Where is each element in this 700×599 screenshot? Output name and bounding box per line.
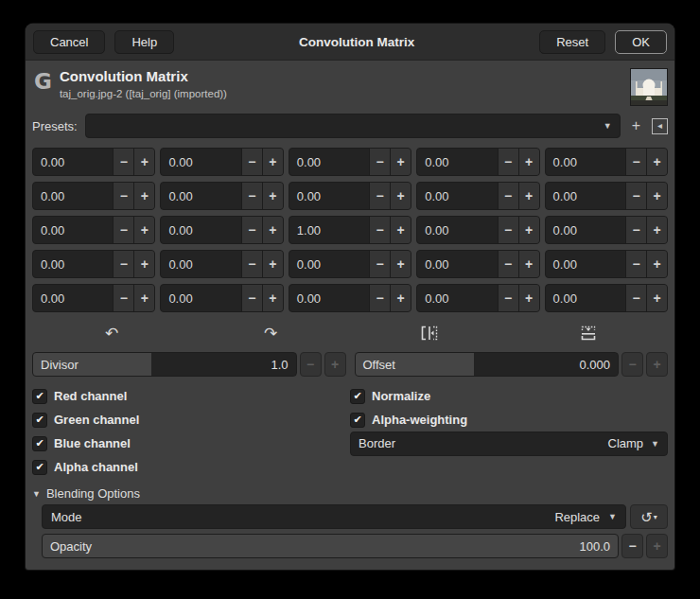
green-channel-checkbox[interactable]: ✔	[32, 413, 47, 428]
matrix-cell-input[interactable]: 0.00	[546, 285, 625, 311]
minus-icon[interactable]: −	[241, 217, 262, 243]
minus-icon[interactable]: −	[498, 251, 518, 277]
plus-icon[interactable]: +	[390, 183, 411, 209]
matrix-cell-input[interactable]: 0.00	[161, 149, 240, 175]
offset-increment-button[interactable]: +	[646, 352, 668, 377]
plus-icon[interactable]: +	[262, 251, 283, 277]
border-dropdown[interactable]: Border Clamp ▼	[350, 432, 668, 456]
presets-combobox[interactable]: ▼	[85, 114, 621, 138]
presets-menu-icon[interactable]: ◂	[652, 118, 668, 134]
plus-icon[interactable]: +	[646, 285, 667, 311]
cancel-button[interactable]: Cancel	[33, 30, 105, 54]
plus-icon[interactable]: +	[390, 217, 411, 243]
matrix-cell-input[interactable]: 0.00	[546, 149, 625, 175]
opacity-increment-button[interactable]: +	[646, 534, 668, 558]
plus-icon[interactable]: +	[646, 183, 667, 209]
minus-icon[interactable]: −	[241, 149, 262, 175]
matrix-cell-input[interactable]: 1.00	[289, 217, 369, 243]
blue-channel-checkbox[interactable]: ✔	[32, 436, 47, 451]
plus-icon[interactable]: +	[518, 149, 539, 175]
plus-icon[interactable]: +	[518, 251, 539, 277]
rotate-clockwise-button[interactable]: ↷	[191, 322, 350, 344]
opacity-slider[interactable]: Opacity 100.0	[42, 534, 619, 558]
plus-icon[interactable]: +	[262, 149, 283, 175]
matrix-cell-input[interactable]: 0.00	[417, 183, 497, 209]
minus-icon[interactable]: −	[369, 285, 390, 311]
plus-icon[interactable]: +	[518, 217, 539, 243]
rotate-counterclockwise-button[interactable]: ↶	[32, 322, 191, 344]
minus-icon[interactable]: −	[498, 217, 518, 243]
plus-icon[interactable]: +	[262, 183, 283, 209]
matrix-cell-input[interactable]: 0.00	[417, 251, 497, 277]
matrix-cell-input[interactable]: 0.00	[289, 251, 369, 277]
plus-icon[interactable]: +	[133, 285, 154, 311]
matrix-cell-input[interactable]: 0.00	[289, 183, 369, 209]
opacity-decrement-button[interactable]: −	[621, 534, 643, 558]
matrix-cell-input[interactable]: 0.00	[33, 149, 113, 175]
divisor-slider[interactable]: Divisor 1.0	[32, 352, 297, 377]
green-channel-row[interactable]: ✔ Green channel	[32, 408, 350, 432]
plus-icon[interactable]: +	[133, 149, 154, 175]
ok-button[interactable]: OK	[615, 30, 667, 54]
minus-icon[interactable]: −	[625, 251, 646, 277]
red-channel-row[interactable]: ✔ Red channel	[32, 384, 350, 408]
minus-icon[interactable]: −	[369, 149, 390, 175]
plus-icon[interactable]: +	[390, 251, 411, 277]
minus-icon[interactable]: −	[625, 183, 646, 209]
plus-icon[interactable]: +	[518, 183, 539, 209]
plus-icon[interactable]: +	[646, 217, 667, 243]
add-preset-icon[interactable]: +	[632, 118, 640, 133]
plus-icon[interactable]: +	[133, 183, 154, 209]
normalize-row[interactable]: ✔ Normalize	[350, 384, 668, 408]
matrix-cell-input[interactable]: 0.00	[417, 217, 497, 243]
alpha-weighting-row[interactable]: ✔ Alpha-weighting	[350, 408, 668, 432]
matrix-cell-input[interactable]: 0.00	[546, 217, 625, 243]
matrix-cell-input[interactable]: 0.00	[417, 149, 497, 175]
matrix-cell-input[interactable]: 0.00	[161, 183, 240, 209]
plus-icon[interactable]: +	[133, 217, 154, 243]
minus-icon[interactable]: −	[241, 285, 262, 311]
blending-options-expander[interactable]: ▼ Blending Options	[32, 486, 668, 501]
plus-icon[interactable]: +	[262, 285, 283, 311]
offset-decrement-button[interactable]: −	[621, 352, 643, 377]
help-button[interactable]: Help	[114, 30, 174, 54]
matrix-cell-input[interactable]: 0.00	[289, 285, 369, 311]
mode-options-button[interactable]: ↺ ▾	[630, 504, 668, 529]
minus-icon[interactable]: −	[498, 149, 518, 175]
matrix-cell-input[interactable]: 0.00	[33, 217, 113, 243]
normalize-checkbox[interactable]: ✔	[350, 389, 365, 404]
alpha-weighting-checkbox[interactable]: ✔	[350, 413, 365, 428]
minus-icon[interactable]: −	[625, 285, 646, 311]
minus-icon[interactable]: −	[241, 183, 262, 209]
matrix-cell-input[interactable]: 0.00	[161, 217, 240, 243]
matrix-cell-input[interactable]: 0.00	[417, 285, 497, 311]
plus-icon[interactable]: +	[646, 149, 667, 175]
divisor-increment-button[interactable]: +	[324, 352, 346, 377]
minus-icon[interactable]: −	[369, 251, 390, 277]
minus-icon[interactable]: −	[241, 251, 262, 277]
flip-horizontal-button[interactable]	[350, 322, 509, 344]
mode-dropdown[interactable]: Mode Replace ▼	[42, 504, 626, 529]
alpha-channel-checkbox[interactable]: ✔	[32, 460, 47, 475]
reset-button[interactable]: Reset	[539, 30, 605, 54]
minus-icon[interactable]: −	[498, 285, 518, 311]
plus-icon[interactable]: +	[390, 149, 411, 175]
minus-icon[interactable]: −	[625, 149, 646, 175]
plus-icon[interactable]: +	[133, 251, 154, 277]
matrix-cell-input[interactable]: 0.00	[33, 285, 113, 311]
minus-icon[interactable]: −	[369, 183, 390, 209]
plus-icon[interactable]: +	[262, 217, 283, 243]
minus-icon[interactable]: −	[113, 149, 133, 175]
blue-channel-row[interactable]: ✔ Blue channel	[32, 432, 350, 455]
red-channel-checkbox[interactable]: ✔	[32, 389, 47, 404]
plus-icon[interactable]: +	[390, 285, 411, 311]
matrix-cell-input[interactable]: 0.00	[289, 149, 369, 175]
matrix-cell-input[interactable]: 0.00	[546, 183, 625, 209]
minus-icon[interactable]: −	[113, 217, 133, 243]
offset-slider[interactable]: Offset 0.000	[355, 352, 620, 377]
minus-icon[interactable]: −	[625, 217, 646, 243]
divisor-decrement-button[interactable]: −	[300, 352, 322, 377]
minus-icon[interactable]: −	[113, 251, 133, 277]
flip-vertical-button[interactable]	[509, 322, 668, 344]
matrix-cell-input[interactable]: 0.00	[161, 285, 240, 311]
